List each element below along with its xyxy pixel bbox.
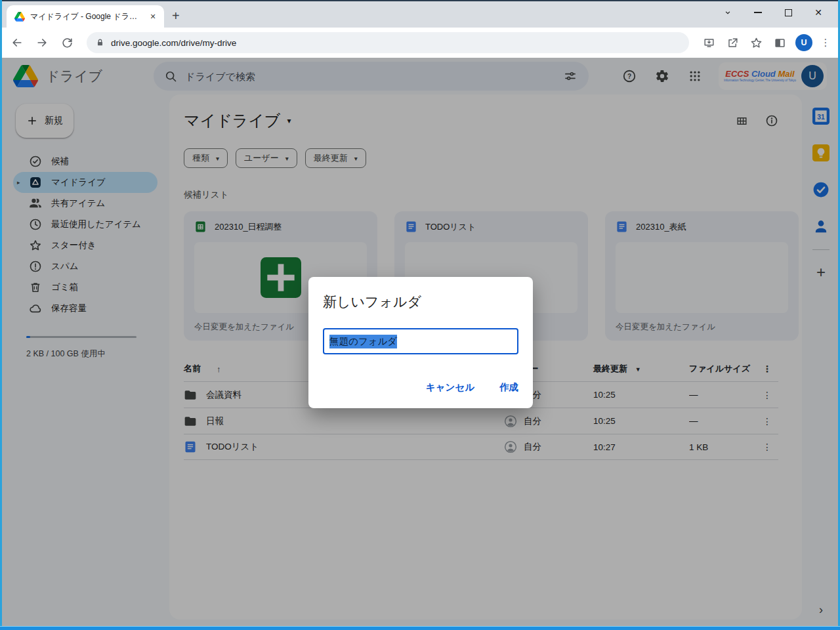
browser-tab[interactable]: マイドライブ - Google ドライブ ✕ <box>7 5 164 28</box>
window-frame-left <box>0 0 2 630</box>
toolbar-action-icons: U ⋮ <box>698 32 833 53</box>
create-button[interactable]: 作成 <box>499 381 518 394</box>
drive-favicon <box>14 12 25 22</box>
url-text: drive.google.com/drive/my-drive <box>111 38 236 48</box>
window-frame-bottom <box>0 626 840 630</box>
tab-search-chevron-icon[interactable] <box>713 1 743 24</box>
back-icon[interactable] <box>7 32 28 53</box>
forward-icon[interactable] <box>32 32 52 53</box>
window-close-button[interactable]: ✕ <box>803 1 833 24</box>
url-bar[interactable]: drive.google.com/drive/my-drive <box>87 32 689 53</box>
new-folder-dialog: 新しいフォルダ 無題のフォルダ キャンセル 作成 <box>308 277 533 408</box>
side-panel-icon[interactable] <box>769 32 790 53</box>
tab-title: マイドライブ - Google ドライブ <box>30 11 142 22</box>
window-minimize-button[interactable] <box>743 1 773 24</box>
lock-icon <box>96 38 104 47</box>
tab-close-icon[interactable]: ✕ <box>147 10 159 22</box>
window-controls: ✕ <box>713 1 833 24</box>
window-maximize-button[interactable] <box>773 1 803 24</box>
reload-icon[interactable] <box>56 32 77 53</box>
browser-profile-avatar[interactable]: U <box>795 34 812 51</box>
install-app-icon[interactable] <box>698 32 719 53</box>
share-icon[interactable] <box>722 32 743 53</box>
browser-menu-icon[interactable]: ⋮ <box>818 37 833 49</box>
drive-app: ドライブ ? ECCS C <box>0 58 840 626</box>
browser-toolbar: drive.google.com/drive/my-drive U ⋮ <box>0 28 840 58</box>
new-tab-button[interactable]: + <box>172 9 180 22</box>
folder-name-input[interactable]: 無題のフォルダ <box>323 328 518 354</box>
dialog-title: 新しいフォルダ <box>323 293 518 311</box>
cancel-button[interactable]: キャンセル <box>426 381 474 394</box>
browser-titlebar: マイドライブ - Google ドライブ ✕ + ✕ <box>0 0 840 28</box>
bookmark-star-icon[interactable] <box>746 32 766 53</box>
selected-input-text: 無題のフォルダ <box>329 335 397 348</box>
window-frame-top <box>0 0 840 1</box>
